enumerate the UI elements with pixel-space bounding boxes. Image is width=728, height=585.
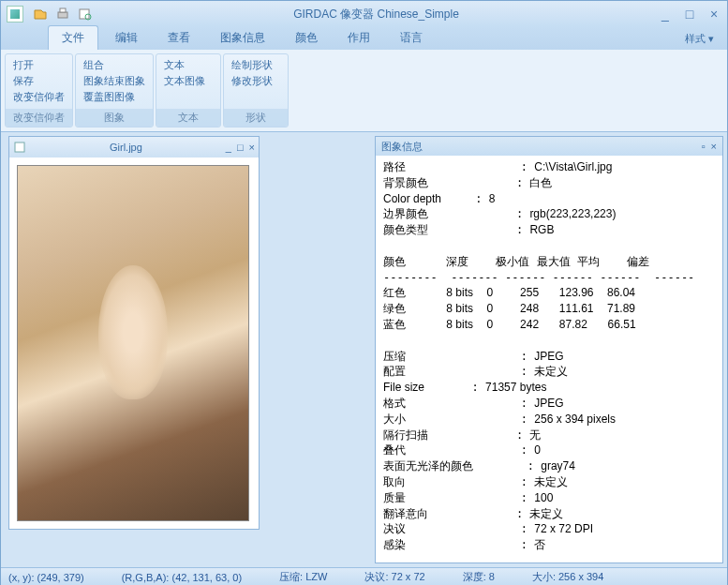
combine-button[interactable]: 组合	[83, 58, 145, 72]
text-image-button[interactable]: 文本图像	[164, 74, 213, 88]
statusbar: (x, y): (249, 379) (R,G,B,A): (42, 131, …	[1, 567, 727, 585]
open-button[interactable]: 打开	[13, 58, 65, 72]
edit-shape-button[interactable]: 修改形状	[231, 74, 280, 88]
open-icon[interactable]	[31, 5, 50, 23]
maximize-button[interactable]: □	[682, 7, 697, 22]
image-content[interactable]	[17, 165, 249, 521]
tab-language[interactable]: 语言	[387, 26, 436, 50]
ribbon-group-label: 图象	[76, 109, 153, 127]
image-end-button[interactable]: 图象结束图象	[83, 74, 145, 88]
close-button[interactable]: ×	[706, 7, 721, 22]
pin-icon[interactable]: ▫	[702, 141, 706, 152]
draw-shape-button[interactable]: 绘制形状	[231, 58, 280, 72]
image-window-title: Girl.jpg	[26, 142, 226, 153]
quick-access-toolbar	[31, 5, 95, 23]
ribbon-group-convert: 打开 保存 改变信仰者 改变信仰者	[5, 53, 73, 128]
right-pane: 图象信息 ▫ × 路径 : C:\Vista\Girl.jpg 背景颜色 : 白…	[371, 132, 727, 567]
info-panel-header[interactable]: 图象信息 ▫ ×	[376, 137, 722, 156]
text-button[interactable]: 文本	[164, 58, 213, 72]
workspace: Girl.jpg _ □ × 图象信息 ▫ ×	[1, 132, 727, 567]
ribbon-group-text: 文本 文本图像 文本	[156, 53, 221, 128]
imgwin-minimize[interactable]: _	[226, 142, 231, 153]
tab-imageinfo[interactable]: 图象信息	[207, 26, 278, 50]
tab-file[interactable]: 文件	[48, 25, 98, 50]
status-xy: (x, y): (249, 379)	[8, 572, 84, 583]
svg-rect-4	[15, 142, 24, 152]
status-rgba: (R,G,B,A): (42, 131, 63, 0)	[122, 572, 242, 583]
tab-edit[interactable]: 编辑	[102, 26, 151, 50]
ribbon-group-image: 组合 图象结束图象 覆盖图图像 图象	[75, 53, 154, 128]
tab-effect[interactable]: 作用	[334, 26, 383, 50]
preview-icon[interactable]	[76, 5, 95, 23]
ribbon-group-label: 形状	[224, 109, 288, 127]
info-panel: 图象信息 ▫ × 路径 : C:\Vista\Girl.jpg 背景颜色 : 白…	[375, 136, 723, 563]
panel-close-icon[interactable]: ×	[711, 141, 717, 152]
convert-button[interactable]: 改变信仰者	[13, 90, 65, 104]
document-icon	[13, 141, 26, 154]
status-compression: 压缩: LZW	[279, 570, 327, 584]
ribbon-group-label: 文本	[156, 109, 220, 127]
status-resolution: 决议: 72 x 72	[364, 570, 424, 584]
image-window-titlebar[interactable]: Girl.jpg _ □ ×	[9, 137, 259, 158]
tab-view[interactable]: 查看	[155, 26, 203, 50]
app-icon	[7, 6, 23, 22]
info-panel-title: 图象信息	[381, 140, 702, 154]
imgwin-maximize[interactable]: □	[237, 142, 244, 153]
window-title: GIRDAC 像变器 Chinese_Simple	[95, 7, 658, 22]
ribbon: 打开 保存 改变信仰者 改变信仰者 组合 图象结束图象 覆盖图图像 图象 文本 …	[1, 50, 727, 132]
svg-rect-1	[60, 8, 66, 12]
ribbon-group-label: 改变信仰者	[6, 109, 72, 127]
status-size: 大小: 256 x 394	[532, 570, 603, 584]
style-dropdown[interactable]: 样式 ▾	[679, 30, 720, 48]
ribbon-tabs: 文件 编辑 查看 图象信息 颜色 作用 语言 样式 ▾	[1, 27, 727, 50]
image-window: Girl.jpg _ □ ×	[8, 136, 260, 530]
status-depth: 深度: 8	[463, 570, 495, 584]
print-icon[interactable]	[53, 5, 72, 23]
save-button[interactable]: 保存	[13, 74, 65, 88]
svg-rect-0	[58, 12, 67, 18]
minimize-button[interactable]: _	[658, 7, 673, 22]
overlay-button[interactable]: 覆盖图图像	[83, 90, 145, 104]
ribbon-group-shape: 绘制形状 修改形状 形状	[223, 53, 289, 128]
titlebar: GIRDAC 像变器 Chinese_Simple _ □ ×	[1, 1, 727, 27]
tab-color[interactable]: 颜色	[282, 26, 331, 50]
imgwin-close[interactable]: ×	[249, 142, 255, 153]
info-panel-body[interactable]: 路径 : C:\Vista\Girl.jpg 背景颜色 : 白色 Color d…	[376, 156, 722, 562]
left-pane: Girl.jpg _ □ ×	[1, 132, 371, 567]
